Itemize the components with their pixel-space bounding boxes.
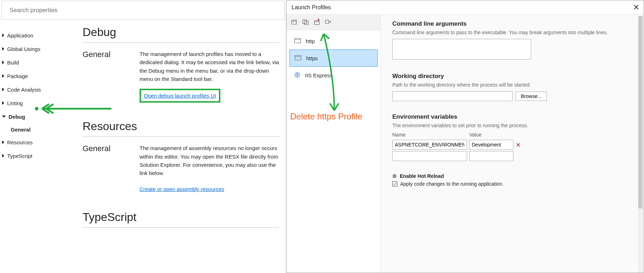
window-icon (294, 38, 301, 44)
duplicate-profile-icon[interactable] (302, 19, 309, 26)
section-heading-typescript: TypeScript (83, 211, 279, 224)
rename-profile-icon[interactable] (325, 19, 331, 26)
profiles-toolbar (287, 15, 381, 30)
properties-content: Debug General The management of launch p… (83, 26, 283, 235)
section-label-general: General (83, 144, 140, 153)
section-heading-debug: Debug (83, 26, 279, 39)
svg-rect-1 (292, 20, 297, 24)
properties-side-nav: Application Global Usings Build Package … (2, 29, 73, 163)
debug-description: The management of launch profiles has mo… (140, 51, 279, 82)
window-icon (295, 55, 301, 61)
dialog-scrollbar[interactable] (638, 16, 643, 273)
globe-icon (294, 72, 300, 79)
annotation-highlight-box: Open debug launch profiles UI (140, 89, 220, 103)
browse-button[interactable]: Browse... (515, 92, 547, 101)
env-row-delete-icon[interactable]: ✕ (515, 141, 521, 149)
env-value-1[interactable] (469, 151, 513, 161)
section-heading-resources: Resources (83, 120, 279, 133)
svg-rect-3 (304, 21, 308, 25)
svg-rect-4 (314, 21, 319, 25)
search-properties-input[interactable]: Search properties (1, 1, 284, 20)
workdir-heading: Working directory (392, 73, 631, 80)
nav-item-application[interactable]: Application (2, 29, 73, 42)
open-debug-launch-profiles-link[interactable]: Open debug launch profiles UI (144, 92, 216, 100)
create-open-assembly-resources-link[interactable]: Create or open assembly resources (140, 185, 224, 193)
search-placeholder: Search properties (10, 7, 57, 14)
profile-item-iis-express[interactable]: IIS Express (289, 67, 378, 84)
divider (83, 42, 279, 43)
profile-label: https (306, 55, 318, 61)
nav-item-package[interactable]: Package (2, 69, 73, 83)
svg-rect-5 (325, 20, 329, 24)
env-name-0[interactable] (392, 140, 467, 150)
env-name-1[interactable] (392, 151, 467, 161)
new-profile-icon[interactable] (291, 19, 297, 26)
profile-item-https[interactable]: https (289, 50, 378, 67)
profile-item-http[interactable]: http (289, 32, 378, 50)
launch-profiles-dialog: Launch Profiles ✕ (286, 0, 644, 273)
profile-label: http (306, 38, 315, 44)
cmdline-heading: Command line arguments (392, 20, 631, 27)
nav-item-linting[interactable]: Linting (2, 96, 73, 110)
svg-rect-2 (303, 20, 307, 23)
nav-item-code-analysis[interactable]: Code Analysis (2, 83, 73, 96)
gear-icon: ⚙ (392, 173, 397, 179)
env-heading: Environment variables (392, 113, 631, 120)
profile-label: IIS Express (305, 72, 333, 78)
apply-changes-label: Apply code changes to the running applic… (400, 181, 503, 187)
delete-profile-icon[interactable] (314, 19, 320, 26)
dialog-title: Launch Profiles (292, 4, 331, 11)
workdir-sub: Path to the working directory where the … (392, 82, 631, 88)
env-col-name-header: Name (392, 132, 467, 138)
cmdline-input[interactable] (392, 39, 531, 60)
divider (83, 227, 279, 228)
cmdline-sub: Command line arguments to pass to the ex… (392, 30, 631, 35)
section-label-general: General (83, 50, 140, 59)
nav-item-debug[interactable]: Debug (2, 110, 73, 123)
nav-sub-debug-general[interactable]: General (2, 123, 73, 135)
env-sub: The environment variables to set prior t… (392, 123, 631, 128)
hot-reload-heading: Enable Hot Reload (400, 173, 444, 179)
nav-item-typescript[interactable]: TypeScript (2, 149, 73, 163)
env-col-value-header: Value (469, 132, 513, 138)
close-icon[interactable]: ✕ (633, 3, 639, 12)
nav-item-global-usings[interactable]: Global Usings (2, 42, 73, 56)
workdir-input[interactable] (392, 91, 513, 101)
svg-rect-7 (295, 55, 301, 60)
svg-rect-6 (295, 38, 301, 43)
nav-item-build[interactable]: Build (2, 56, 73, 69)
divider (83, 136, 279, 137)
nav-item-resources[interactable]: Resources (2, 135, 73, 149)
env-value-0[interactable] (469, 140, 513, 150)
resources-description: The management of assembly resources no … (140, 145, 278, 176)
apply-changes-checkbox[interactable]: ✓ (392, 181, 397, 186)
annotation-text-delete: Delete https Profile (290, 112, 362, 122)
